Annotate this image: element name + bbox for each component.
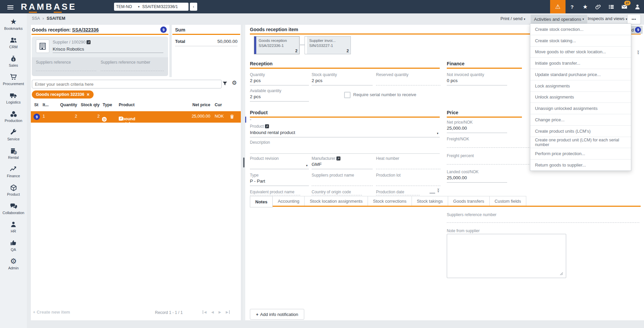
heat-number-field[interactable]: Heat number xyxy=(376,156,440,169)
manufacturer-field[interactable]: Manufacturer ↗ GMF xyxy=(312,156,373,169)
tab-stock-takings[interactable]: Stock takings xyxy=(412,196,448,206)
col-stock-qty[interactable]: Stock qty xyxy=(78,103,100,107)
tab-notes[interactable]: Notes xyxy=(250,196,273,207)
suppliers-product-name-field[interactable]: Suppliers product name xyxy=(312,173,373,186)
external-link-icon[interactable]: ↗ xyxy=(119,117,123,121)
hamburger-menu-icon[interactable] xyxy=(7,4,13,10)
production-lot-field[interactable]: Production lot xyxy=(376,173,440,186)
vertical-scrollbar[interactable] xyxy=(243,25,245,320)
freight-percent-field[interactable] xyxy=(447,159,531,165)
print-send-button[interactable]: Print / send ▾ xyxy=(500,16,525,21)
chevron-down-icon[interactable]: ▾ xyxy=(306,164,308,167)
menu-item-update-standard-purchase-price[interactable]: Update standard purchase price... xyxy=(530,69,631,80)
quantity-field[interactable]: Quantity 2 pcs xyxy=(250,72,309,85)
equivalent-product-name-field[interactable] xyxy=(250,194,300,195)
tab-goods-transfers[interactable]: Goods transfers xyxy=(448,196,490,206)
first-page-icon[interactable]: ◀ xyxy=(203,310,207,314)
external-link-icon[interactable]: ↗ xyxy=(87,40,91,44)
tab-accounting[interactable]: Accounting xyxy=(273,196,305,206)
next-page-icon[interactable]: ▶ xyxy=(218,310,221,314)
col-item[interactable]: It... xyxy=(43,103,49,107)
col-cur[interactable]: Cur xyxy=(215,103,222,107)
flow-node-supplier-invoice[interactable]: Supplier invoi...SIN/103227-1 2 xyxy=(305,36,351,54)
product-select[interactable]: Inbound rental product ▾ xyxy=(250,130,440,137)
sidebar-item-production[interactable]: Production xyxy=(0,110,27,127)
global-search-input[interactable] xyxy=(140,3,189,11)
landed-cost-field[interactable]: Landed cost/NOK 25,000.00 xyxy=(447,170,507,183)
menu-item-unassign-unlocked-assignments[interactable]: Unassign unlocked assignments xyxy=(530,103,631,114)
menu-item-create-stock-correction[interactable]: Create stock correction... xyxy=(530,24,631,35)
attachments-button[interactable] xyxy=(592,0,605,13)
collapse-flow-icon[interactable]: ∨∨ xyxy=(637,50,639,54)
sidebar-item-qa[interactable]: QA xyxy=(0,239,27,256)
resize-handle-icon[interactable] xyxy=(560,272,563,275)
menu-item-perform-price-protection[interactable]: Perform price protection... xyxy=(530,148,631,159)
filter-chip[interactable]: Goods reception 322336 × xyxy=(32,90,94,99)
breadcrumb-parent[interactable]: SSA xyxy=(32,16,40,21)
menu-item-move-goods[interactable]: Move goods to other stock location... xyxy=(530,46,631,58)
product-revision-select[interactable]: ▾ xyxy=(250,162,309,169)
stock-quantity-field[interactable]: Stock quantity 2 pcs xyxy=(312,72,373,85)
type-field[interactable]: Type P - Part xyxy=(250,173,309,186)
freight-field[interactable] xyxy=(447,143,531,148)
not-invoiced-quantity-field[interactable]: Not invoiced quantity 0 pcs xyxy=(447,72,507,85)
sidebar-item-admin[interactable]: ⚙ Admin xyxy=(0,257,27,274)
reserved-quantity-field[interactable]: Reserved quantity xyxy=(376,72,440,85)
sidebar-item-rental[interactable]: $ Rental xyxy=(0,146,27,164)
sidebar-item-bookmarks[interactable]: ★ Bookmarks xyxy=(0,17,27,35)
require-serial-checkbox[interactable] xyxy=(344,92,351,98)
col-type[interactable]: Type xyxy=(103,103,112,107)
col-net-price[interactable]: Net price xyxy=(183,103,210,107)
goods-reception-link[interactable]: SSA/322336 xyxy=(72,27,99,32)
sidebar-item-finance[interactable]: Finance xyxy=(0,165,27,182)
description-field[interactable] xyxy=(250,147,440,154)
sidebar-item-service[interactable]: Service xyxy=(0,128,27,145)
menu-item-return-goods-to-supplier[interactable]: Return goods to supplier... xyxy=(530,159,631,171)
warning-button[interactable]: ⚠ xyxy=(550,0,566,13)
menu-item-initiate-goods-transfer[interactable]: Initiate goods transfer... xyxy=(530,57,631,69)
menu-item-create-product-units[interactable]: Create product units (LCM's) xyxy=(530,125,631,137)
settings-gear-icon[interactable]: ⚙ xyxy=(232,79,237,86)
create-new-item-button[interactable]: + Create new item xyxy=(33,310,70,315)
sidebar-item-product[interactable]: Product xyxy=(0,183,27,201)
module-select[interactable]: TEM-NO ▾ xyxy=(114,3,142,11)
filter-icon[interactable] xyxy=(222,81,228,88)
menu-item-create-stock-taking[interactable]: Create stock taking... xyxy=(530,35,631,46)
country-of-origin-field[interactable] xyxy=(312,194,362,195)
tab-stock-corrections[interactable]: Stock corrections xyxy=(368,196,412,206)
table-row[interactable]: 9 1 2 2 ⚙ P Inbound rental product ↗ 25,… xyxy=(31,111,241,123)
col-product[interactable]: Product xyxy=(119,103,135,107)
external-link-icon[interactable]: ↗ xyxy=(265,124,269,128)
help-button[interactable]: ? xyxy=(566,0,579,13)
sidebar-item-sales[interactable]: $ Sales xyxy=(0,54,27,72)
user-button[interactable] xyxy=(631,0,644,13)
production-date-field[interactable] xyxy=(376,194,420,195)
col-st[interactable]: St xyxy=(34,103,39,107)
sidebar-item-collaboration[interactable]: Collaboration xyxy=(0,202,27,219)
sidebar-item-crm[interactable]: CRM xyxy=(0,36,27,53)
messages-button[interactable]: 27 xyxy=(618,0,631,13)
chip-close-icon[interactable]: × xyxy=(87,92,90,97)
tab-stock-location-assignments[interactable]: Stock location assignments xyxy=(305,196,368,206)
expand-section-icon[interactable]: ∨∨ xyxy=(437,188,439,192)
flow-node-goods-reception[interactable]: Goods receptionSSA/322336-1 2 xyxy=(254,36,300,54)
prev-page-icon[interactable]: ◀ xyxy=(211,310,214,314)
net-price-field[interactable]: Net price/NOK 25,000.00 xyxy=(447,120,507,133)
scrollbar-thumb[interactable] xyxy=(243,157,245,168)
menu-item-change-price[interactable]: Change price... xyxy=(530,114,631,125)
add-info-notification-button[interactable]: + Add info notification xyxy=(250,309,304,320)
menu-item-lock-assignments[interactable]: Lock assignments xyxy=(530,80,631,91)
available-quantity-field[interactable]: Available quantity 2 pcs xyxy=(250,88,309,102)
last-page-icon[interactable]: ▶ xyxy=(226,310,230,314)
delete-row-icon[interactable] xyxy=(229,114,234,120)
search-input[interactable] xyxy=(32,80,222,88)
task-list-button[interactable] xyxy=(605,0,618,13)
sidebar-item-hr[interactable]: HR xyxy=(0,220,27,238)
suppliers-reference-field[interactable] xyxy=(36,66,96,71)
tab-custom-fields[interactable]: Custom fields xyxy=(490,196,527,206)
sidebar-item-logistics[interactable]: Logistics xyxy=(0,91,27,109)
back-button[interactable]: ‹ xyxy=(190,3,197,11)
notes-suppliers-reference-number-field[interactable] xyxy=(447,218,639,223)
menu-item-create-one-product-unit-per-serial[interactable]: Create one product unit (LCM) for each s… xyxy=(530,137,631,148)
col-quantity[interactable]: Quantity xyxy=(51,103,77,107)
